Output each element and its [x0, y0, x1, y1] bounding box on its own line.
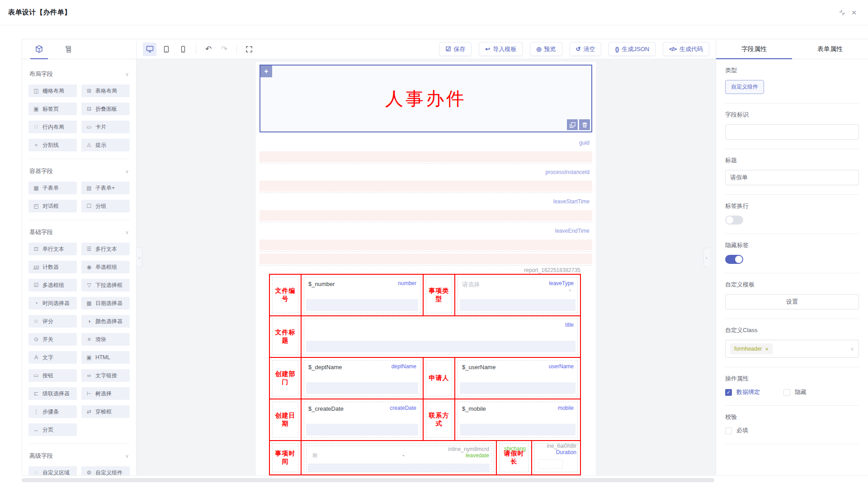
preview-button[interactable]: ◎预览 — [530, 42, 562, 56]
tab-outline-tree[interactable] — [61, 39, 75, 59]
palette-item-date-picker[interactable]: ▦日期选择器 — [81, 297, 130, 310]
palette-item-steps[interactable]: ⋮步骤条 — [28, 405, 77, 418]
data-binding-checkbox[interactable]: ✓ — [725, 389, 732, 396]
label-wrap-toggle[interactable] — [725, 216, 743, 225]
palette-item-counter[interactable]: 123计数器 — [28, 261, 77, 273]
collapse-left-panel-handle[interactable]: ‹ — [137, 248, 142, 267]
import-template-button[interactable]: ↩导入模板 — [479, 42, 523, 56]
section-header-container[interactable]: 容器字段 ∨ — [28, 164, 130, 182]
palette-item-custom-area[interactable]: ◌自定义区域 — [28, 466, 77, 475]
field-leave-date-range[interactable]: inline_nym8mcrd leavedate ⊞ - — [301, 441, 496, 474]
palette-item-card[interactable]: ▭卡片 — [81, 121, 130, 133]
palette-item-grid-layout[interactable]: ◫栅格布局 — [28, 84, 77, 97]
palette-item-dialog[interactable]: ◰对话框 — [28, 200, 77, 212]
clear-button[interactable]: ↺清空 — [570, 42, 602, 56]
palette-item-color-picker[interactable]: ◑颜色选择器 — [81, 315, 130, 328]
palette-item-html[interactable]: ▣HTML — [81, 351, 130, 364]
hidden-field-leave-end-time[interactable]: leaveEndTime — [259, 222, 592, 252]
hidden-field-leave-start-time[interactable]: leaveStartTime — [259, 193, 592, 222]
drag-handle-icon[interactable]: + — [260, 66, 272, 77]
generate-json-button[interactable]: {}生成JSON — [609, 42, 656, 56]
redo-button[interactable]: ↷ — [218, 43, 231, 56]
palette-item-slider[interactable]: ≡滑块 — [81, 333, 130, 346]
palette-item-custom-component[interactable]: ⚙自定义组件 — [81, 466, 130, 475]
palette-item-alert[interactable]: ⚠提示 — [81, 139, 130, 151]
device-desktop-button[interactable] — [143, 42, 156, 56]
palette-item-rate[interactable]: ☆评分 — [28, 315, 77, 328]
hidden-field-id: leaveEndTime — [259, 222, 592, 239]
palette-item-pagination[interactable]: ↔分页 — [28, 423, 77, 436]
tab-field-properties[interactable]: 字段属性 — [716, 39, 792, 59]
palette-item-multi-line-text[interactable]: ☰多行文本 — [81, 243, 130, 255]
field-duration[interactable]: ine_6ai0h8lr Duration — [531, 441, 580, 474]
collapse-right-panel-handle[interactable]: ‹ — [703, 248, 709, 267]
horizontal-scrollbar[interactable] — [22, 478, 714, 482]
report-table-component[interactable]: 文件编号 $_number number 事项类型 请选择 — [269, 274, 581, 475]
palette-item-select[interactable]: ▽下拉选择框 — [81, 279, 130, 291]
device-tablet-button[interactable] — [160, 42, 173, 56]
palette-item-text-link[interactable]: ∞文字链接 — [81, 369, 130, 382]
device-phone-button[interactable] — [176, 42, 190, 56]
delete-component-button[interactable] — [579, 119, 590, 130]
fullscreen-icon[interactable] — [243, 43, 255, 56]
field-mobile[interactable]: $_mobile mobile — [454, 399, 580, 440]
close-icon[interactable]: × — [848, 7, 860, 19]
field-leave-type[interactable]: 请选择 leaveType ∨ — [454, 275, 580, 315]
tab-form-properties[interactable]: 表单属性 — [792, 39, 868, 59]
form-header-component[interactable]: + 人事办件 — [259, 65, 592, 132]
field-duration-label-cell[interactable]: shichang 请假时长 — [496, 441, 531, 474]
section-header-basic[interactable]: 基础字段 ∨ — [28, 225, 130, 243]
hidden-checkbox[interactable] — [783, 389, 790, 396]
template-settings-button[interactable]: 设置 — [725, 294, 859, 310]
palette-item-tree-select[interactable]: ⊢树选择 — [81, 387, 130, 400]
palette-item-radio-group[interactable]: ◉单选框组 — [81, 261, 130, 273]
palette-item-tabs[interactable]: ▣标签页 — [28, 103, 77, 115]
save-button[interactable]: ☑保存 — [439, 42, 472, 56]
palette-item-collapse-panel[interactable]: ⊟折叠面板 — [81, 103, 130, 115]
field-number[interactable]: $_number number — [301, 275, 423, 315]
field-value: $_mobile — [462, 405, 486, 412]
palette-item-inline-layout[interactable]: ∷行内布局 — [28, 121, 77, 133]
field-key-input[interactable] — [725, 124, 859, 140]
hidden-field-extra[interactable] — [259, 252, 592, 266]
field-user-name[interactable]: $_userName userName — [454, 358, 580, 399]
palette-item-checkbox-group[interactable]: ☑多选框组 — [28, 279, 77, 291]
generate-code-button[interactable]: </>生成代码 — [663, 42, 709, 56]
palette-item-button[interactable]: ▭按钮 — [28, 369, 77, 382]
palette-item-switch[interactable]: ⊙开关 — [28, 333, 77, 346]
custom-class-select[interactable]: formheader × ∨ — [725, 340, 859, 358]
palette-item-cascader[interactable]: ⊏级联选择器 — [28, 387, 77, 400]
table-row-2: 文件标题 title — [270, 316, 580, 358]
select-placeholder: 请选择 — [462, 281, 480, 288]
hide-label-toggle[interactable] — [725, 255, 743, 264]
palette-item-single-line-text[interactable]: ⊡单行文本 — [28, 243, 77, 255]
remove-class-tag-icon[interactable]: × — [765, 346, 769, 352]
section-header-layout[interactable]: 布局字段 ∨ — [28, 66, 130, 84]
binding-label: deptName — [392, 363, 416, 370]
palette-item-text[interactable]: A文字 — [28, 351, 77, 364]
design-canvas[interactable]: + 人事办件 — [137, 59, 716, 475]
palette-item-group[interactable]: ☐分组 — [81, 200, 130, 212]
field-value: $_number — [308, 281, 335, 287]
title-input[interactable] — [725, 170, 859, 185]
field-dept-name[interactable]: $_deptName deptName — [301, 358, 423, 399]
palette-item-subform-plus[interactable]: ▤子表单+ — [81, 182, 130, 194]
undo-button[interactable]: ↶ — [202, 43, 215, 56]
hidden-field-guid[interactable]: guid — [259, 134, 592, 164]
palette-item-transfer[interactable]: ⇄穿梭框 — [81, 405, 130, 418]
copy-component-button[interactable] — [567, 119, 578, 130]
field-create-date[interactable]: $_createDate createDate — [301, 399, 423, 440]
hidden-field-process-instance-id[interactable]: processInstanceId — [259, 164, 592, 193]
chevron-down-icon: ∨ — [568, 288, 571, 292]
palette-scroll[interactable]: 布局字段 ∨ ◫栅格布局 ⊞表格布局 ▣标签页 ⊟折叠面板 ∷行内布局 ▭卡片 … — [22, 59, 136, 475]
palette-item-table-layout[interactable]: ⊞表格布局 — [81, 84, 130, 97]
cube-icon — [35, 45, 43, 53]
tab-components[interactable] — [32, 39, 46, 59]
compress-window-icon[interactable] — [836, 7, 848, 19]
section-header-advanced[interactable]: 高级字段 ∨ — [28, 448, 130, 466]
required-checkbox[interactable] — [725, 427, 732, 434]
field-title[interactable]: title — [301, 316, 580, 357]
palette-item-divider[interactable]: ≈分割线 — [28, 139, 77, 151]
palette-item-subform[interactable]: ▦子表单 — [28, 182, 77, 194]
palette-item-time-picker[interactable]: ◔时间选择器 — [28, 297, 77, 310]
